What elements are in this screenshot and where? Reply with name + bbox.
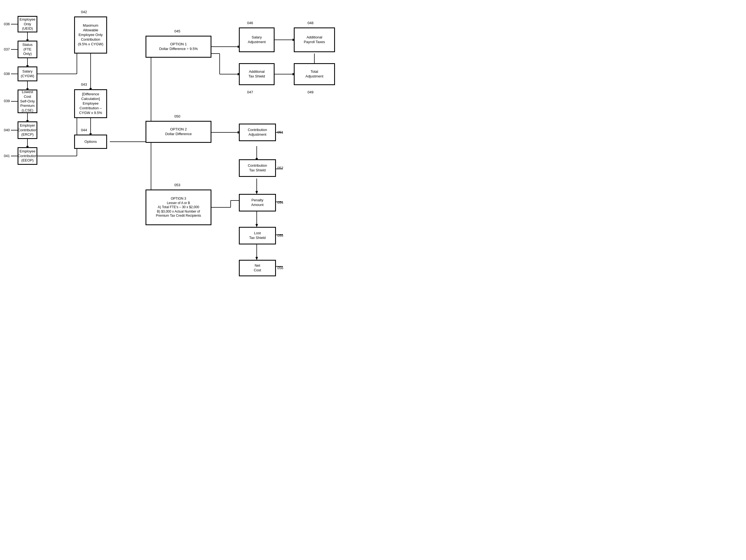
node-043: [DifferenceCalculation]EmployeeContribut…: [74, 89, 107, 118]
label-056: 056: [277, 266, 283, 270]
node-055: LostTax Shield: [239, 227, 276, 245]
node-036: EmployeeOnly(UEID): [18, 16, 37, 32]
label-036: 036: [4, 22, 10, 26]
label-052: 052: [277, 166, 283, 170]
node-050: OPTION 2Dollar Difference: [145, 121, 211, 143]
svg-marker-58: [256, 224, 258, 227]
flowchart-diagram: EmployeeOnly(UEID) 036 Status(FTE Only) …: [0, 0, 373, 280]
node-056: NetCost: [239, 260, 276, 276]
label-040: 040: [4, 128, 10, 132]
node-051: ContributionAdjustment: [239, 123, 276, 141]
label-048: 048: [308, 21, 314, 25]
node-054: PenaltyAmount: [239, 194, 276, 212]
label-037: 037: [4, 47, 10, 51]
label-053: 053: [174, 183, 180, 187]
svg-marker-52: [256, 191, 258, 194]
node-052: ContributionTax Shield: [239, 159, 276, 177]
label-049: 049: [308, 90, 314, 94]
label-050: 050: [174, 114, 180, 118]
svg-marker-60: [256, 257, 258, 260]
label-042: 042: [81, 10, 87, 14]
node-049: TotalAdjustment: [294, 63, 335, 85]
label-051: 051: [277, 130, 283, 134]
node-037: Status(FTE Only): [18, 40, 37, 58]
label-045: 045: [174, 29, 180, 33]
node-041: EmployeeContribution(EEOP): [18, 147, 37, 165]
label-038: 038: [4, 72, 10, 76]
node-044: Options: [74, 135, 107, 149]
label-047: 047: [247, 90, 253, 94]
node-039: Lowest CostSelf-OnlyPremium(LCSE): [18, 89, 37, 113]
label-055: 055: [277, 233, 283, 237]
node-045: OPTION 1Dollar Difference ÷ 9.5%: [145, 36, 211, 58]
node-053: OPTION 3Lesser of A or BA) Total FTE's –…: [145, 190, 211, 225]
label-046: 046: [247, 21, 253, 25]
label-041: 041: [4, 154, 10, 158]
label-044: 044: [81, 128, 87, 132]
label-043: 043: [81, 82, 87, 86]
node-042: MaximumAllowableEmployee OnlyContributio…: [74, 17, 107, 54]
node-040: EmployerContribution(ERCP): [18, 121, 37, 139]
label-054: 054: [277, 200, 283, 205]
node-048: AdditionalPayroll Taxes: [294, 27, 335, 52]
node-047: AdditionalTax Shield: [239, 63, 275, 85]
node-038: Salary(CYGW): [18, 66, 37, 81]
node-046: SalaryAdjustment: [239, 27, 275, 52]
label-039: 039: [4, 99, 10, 103]
